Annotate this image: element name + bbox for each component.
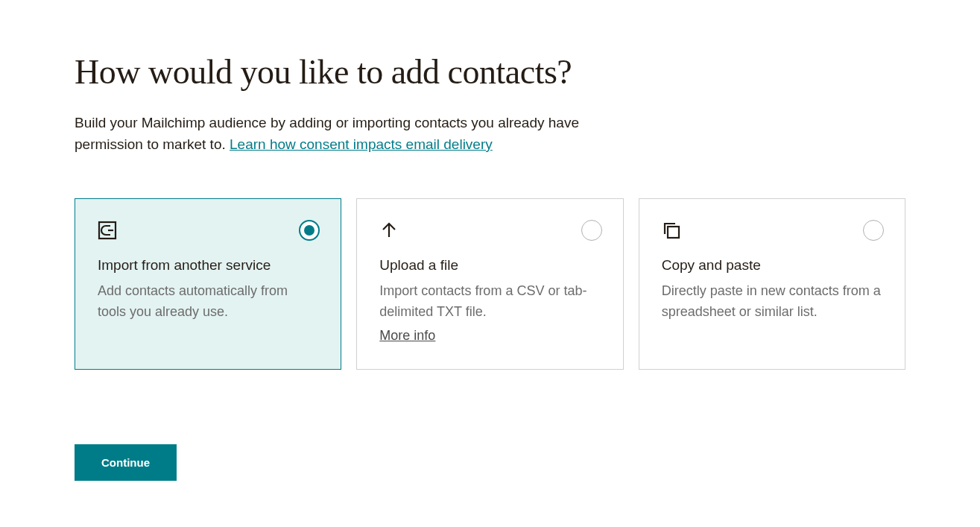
option-description: Directly paste in new contacts from a sp… bbox=[662, 281, 882, 323]
option-cards: Import from another service Add contacts… bbox=[75, 198, 905, 370]
option-description: Add contacts automatically from tools yo… bbox=[98, 281, 318, 323]
radio-indicator bbox=[581, 220, 602, 241]
option-import-service[interactable]: Import from another service Add contacts… bbox=[75, 198, 341, 370]
upload-icon bbox=[379, 220, 600, 241]
continue-button[interactable]: Continue bbox=[75, 444, 177, 481]
more-info-link[interactable]: More info bbox=[379, 326, 435, 347]
option-description: Import contacts from a CSV or tab-delimi… bbox=[379, 281, 600, 347]
import-service-icon bbox=[98, 220, 318, 241]
page-subtitle: Build your Mailchimp audience by adding … bbox=[75, 113, 611, 155]
option-title: Copy and paste bbox=[662, 257, 882, 274]
consent-link[interactable]: Learn how consent impacts email delivery bbox=[230, 136, 493, 152]
page-title: How would you like to add contacts? bbox=[75, 52, 905, 92]
option-upload-file[interactable]: Upload a file Import contacts from a CSV… bbox=[356, 198, 623, 370]
option-title: Upload a file bbox=[379, 257, 600, 274]
radio-indicator bbox=[863, 220, 884, 241]
option-description-text: Import contacts from a CSV or tab-delimi… bbox=[379, 283, 587, 319]
copy-paste-icon bbox=[662, 220, 882, 241]
option-copy-paste[interactable]: Copy and paste Directly paste in new con… bbox=[639, 198, 905, 370]
svg-rect-3 bbox=[668, 227, 679, 238]
option-title: Import from another service bbox=[98, 257, 318, 274]
